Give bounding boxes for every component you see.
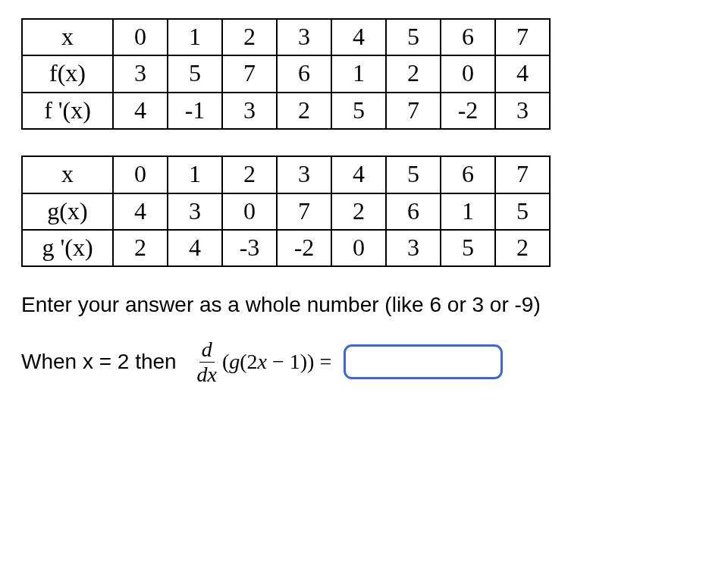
- row-label: f '(x): [22, 93, 113, 129]
- cell: 5: [331, 93, 386, 129]
- cell: 2: [495, 230, 550, 266]
- row-label: f(x): [22, 55, 113, 92]
- fraction-denominator: dx: [194, 363, 218, 385]
- answer-input[interactable]: [344, 344, 503, 379]
- cell: 6: [441, 156, 495, 193]
- cell: 3: [386, 230, 441, 266]
- row-label: x: [22, 156, 113, 193]
- math-expression: d dx (g(2x − 1)) =: [191, 338, 331, 385]
- table-row: x 0 1 2 3 4 5 6 7: [22, 156, 550, 193]
- cell: 3: [277, 19, 331, 55]
- table-row: g '(x) 2 4 -3 -2 0 3 5 2: [22, 230, 550, 266]
- row-label: x: [22, 19, 113, 55]
- cell: 0: [113, 156, 168, 193]
- cell: 3: [277, 156, 331, 193]
- cell: 4: [495, 55, 550, 92]
- fraction: d dx: [194, 338, 218, 385]
- cell: 7: [495, 156, 550, 193]
- table-f: x 0 1 2 3 4 5 6 7 f(x) 3 5 7 6 1 2 0 4 f…: [21, 18, 551, 130]
- cell: 0: [222, 193, 277, 230]
- cell: 6: [441, 19, 495, 55]
- cell: 1: [441, 193, 495, 230]
- cell: 3: [113, 55, 168, 92]
- cell: 5: [441, 230, 495, 266]
- cell: 5: [168, 55, 222, 92]
- cell: 6: [277, 55, 331, 92]
- cell: 2: [113, 230, 168, 266]
- cell: -3: [222, 230, 277, 266]
- cell: 4: [331, 156, 386, 193]
- cell: -2: [441, 93, 495, 129]
- when-prefix: When x = 2 then: [21, 350, 177, 374]
- cell: 5: [386, 156, 441, 193]
- cell: 5: [386, 19, 441, 55]
- cell: 0: [441, 55, 495, 92]
- cell: 6: [386, 193, 441, 230]
- instruction-text: Enter your answer as a whole number (lik…: [21, 293, 707, 317]
- table-row: f(x) 3 5 7 6 1 2 0 4: [22, 55, 550, 92]
- cell: 3: [495, 93, 550, 129]
- cell: 4: [113, 193, 168, 230]
- cell: 5: [495, 193, 550, 230]
- row-label: g '(x): [22, 230, 113, 266]
- answer-line: When x = 2 then d dx (g(2x − 1)) =: [21, 338, 707, 385]
- cell: 3: [222, 93, 277, 129]
- cell: 0: [331, 230, 386, 266]
- cell: 2: [386, 55, 441, 92]
- fraction-numerator: d: [199, 338, 215, 362]
- cell: 7: [222, 55, 277, 92]
- cell: 2: [277, 93, 331, 129]
- cell: 1: [168, 156, 222, 193]
- cell: 7: [495, 19, 550, 55]
- cell: 1: [168, 19, 222, 55]
- cell: -2: [277, 230, 331, 266]
- cell: 7: [277, 193, 331, 230]
- expr-right: (g(2x − 1)) =: [222, 350, 331, 374]
- table-row: g(x) 4 3 0 7 2 6 1 5: [22, 193, 550, 230]
- table-row: x 0 1 2 3 4 5 6 7: [22, 19, 550, 55]
- cell: 4: [331, 19, 386, 55]
- table-g: x 0 1 2 3 4 5 6 7 g(x) 4 3 0 7 2 6 1 5 g…: [21, 155, 551, 267]
- cell: 4: [113, 93, 168, 129]
- cell: 7: [386, 93, 441, 129]
- cell: 4: [168, 230, 222, 266]
- cell: -1: [168, 93, 222, 129]
- table-row: f '(x) 4 -1 3 2 5 7 -2 3: [22, 93, 550, 129]
- cell: 0: [113, 19, 168, 55]
- cell: 2: [331, 193, 386, 230]
- cell: 3: [168, 193, 222, 230]
- cell: 2: [222, 19, 277, 55]
- cell: 1: [331, 55, 386, 92]
- row-label: g(x): [22, 193, 113, 230]
- cell: 2: [222, 156, 277, 193]
